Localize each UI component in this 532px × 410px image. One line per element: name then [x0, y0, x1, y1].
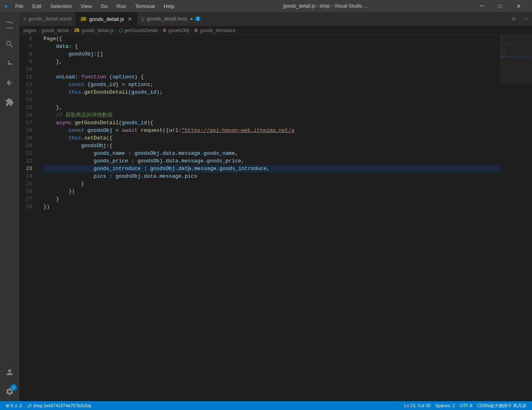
code-editor[interactable]: Page({ data: { goodsObj:[] }, [39, 35, 500, 401]
menu-run[interactable]: Run [113, 2, 130, 10]
status-spaces[interactable]: Spaces: 2 [433, 401, 458, 410]
breadcrumb-obj[interactable]: goodsObj [168, 28, 189, 33]
error-icon: ⊗ [6, 403, 9, 408]
activity-account[interactable] [0, 363, 19, 382]
token: ({ [106, 134, 113, 142]
ln-11: 11 [19, 73, 35, 81]
maximize-button[interactable]: ☐ [491, 0, 509, 12]
menu-selection[interactable]: Selection [46, 2, 76, 10]
ln-16: 16 [19, 111, 35, 119]
warning-icon: ⚠ [14, 403, 18, 408]
breadcrumb-obj-icon: ⚙ [162, 28, 167, 33]
status-position[interactable]: Ln 23, Col 39 [402, 401, 433, 410]
token: data [166, 157, 178, 165]
tab-bar: ≡ goods_detail.wxml JS goods_detail.js ✕… [19, 12, 532, 26]
token [43, 50, 68, 58]
menu-view[interactable]: View [76, 2, 96, 10]
token: message [179, 150, 201, 157]
token: a [188, 165, 191, 172]
token: goodsObj [115, 172, 140, 180]
activity-extensions[interactable] [0, 92, 19, 112]
status-errors[interactable]: ⊗ 0 ⚠ 2 [3, 401, 24, 410]
token: this [68, 134, 81, 142]
token: Page [43, 35, 56, 43]
activity-explorer[interactable] [0, 15, 19, 35]
tab-close-button[interactable]: ✕ [127, 16, 133, 22]
status-git[interactable]: ⎇ shop (wx6741974a757b2c5a) [24, 401, 94, 410]
position-text: Ln 23, Col 39 [404, 403, 430, 408]
code-line-11: onLoad: function (options) { [43, 73, 500, 81]
more-tabs-button[interactable]: ⋯ [520, 12, 532, 26]
token: setData [84, 134, 106, 142]
token: : [141, 165, 150, 172]
ln-21: 21 [19, 150, 35, 157]
code-line-13: this.getGoodsDetail(goods_id); [43, 88, 500, 96]
token: ({ [56, 35, 62, 43]
tab-empty-area [205, 12, 508, 26]
token: } = [115, 81, 128, 88]
menu-terminal[interactable]: Terminal [131, 2, 159, 10]
token: onLoad [56, 73, 75, 81]
code-line-7: data: { [43, 43, 500, 50]
ln-25: 25 [19, 180, 35, 188]
token: }, [43, 58, 62, 66]
menu-file[interactable]: File [11, 2, 28, 10]
main-layout: 1 ≡ goods_detail.wxml JS goods_detail.js… [0, 12, 532, 401]
activity-source-control[interactable] [0, 54, 19, 73]
token: ( [119, 119, 122, 127]
token: data [162, 150, 175, 157]
ln-9: 9 [19, 58, 35, 66]
breadcrumb: pages › goods_detail › JS goods_detail.j… [19, 26, 532, 35]
token: : [106, 172, 115, 180]
token: ({url: [163, 127, 182, 134]
minimize-button[interactable]: — [472, 0, 491, 12]
status-eol[interactable]: CDSN@大猪蹄子 风月凉 [475, 401, 529, 410]
breadcrumb-prop[interactable]: goods_introduce [200, 28, 236, 33]
breadcrumb-filename[interactable]: goods_detail.js [82, 28, 114, 33]
breadcrumb-method[interactable]: getGoodsDetail [124, 28, 158, 33]
ln-17: 17 [19, 119, 35, 127]
activity-search[interactable] [0, 35, 19, 54]
breadcrumb-pages[interactable]: pages [23, 28, 37, 33]
menu-bar: File Edit Selection View Go Run Terminal… [11, 2, 179, 10]
breadcrumb-goods-detail[interactable]: goods_detail [41, 28, 69, 33]
tab-js[interactable]: JS goods_detail.js ✕ [76, 12, 137, 26]
menu-go[interactable]: Go [97, 2, 111, 10]
menu-edit[interactable]: Edit [29, 2, 45, 10]
ln-23: 23 [19, 165, 35, 172]
tab-count-badge: 2 [195, 16, 201, 21]
token [43, 127, 68, 134]
token: goods_introduce [220, 165, 267, 172]
code-line-24: pics : goodsObj.data.message.pics [43, 172, 500, 180]
code-line-22: goods_price : goodsObj.data.message.good… [43, 157, 500, 165]
close-button[interactable]: ✕ [509, 0, 528, 12]
editor-content[interactable]: 6 7 8 9 10 11 12 13 14 15 16 17 18 19 20… [19, 35, 532, 401]
token: . [179, 157, 182, 165]
menu-help[interactable]: Help [160, 2, 179, 10]
status-bar: ⊗ 0 ⚠ 2 ⎇ shop (wx6741974a757b2c5a) Ln 2… [0, 401, 532, 410]
code-line-6: Page({ [43, 35, 500, 43]
code-line-26: }) [43, 188, 500, 195]
activity-run-debug[interactable] [0, 73, 19, 92]
tab-icon-wxml: ≡ [23, 16, 26, 21]
code-line-17: async getGoodsDetail(goods_id){ [43, 119, 500, 127]
token: } [43, 180, 84, 188]
editor-area: ≡ goods_detail.wxml JS goods_detail.js ✕… [19, 12, 532, 401]
code-line-28: }) [43, 203, 500, 211]
tab-less[interactable]: {} goods_detail.less ● 2 [138, 12, 205, 26]
token [43, 157, 94, 165]
token [43, 43, 56, 50]
tab-wxml[interactable]: ≡ goods_detail.wxml [19, 12, 76, 26]
status-encoding[interactable]: UTF-8 [457, 401, 474, 410]
token: , [267, 165, 270, 172]
token: goods_id [131, 88, 156, 96]
titlebar: ◆ File Edit Selection View Go Run Termin… [0, 0, 532, 12]
code-line-23: goods_introduce : goodsObj.data.message.… [43, 165, 500, 172]
split-editor-button[interactable]: ⊟ [508, 12, 520, 26]
activity-settings[interactable]: 1 [0, 382, 19, 401]
token: "https://api-hmugo-web.itheima.net/a [181, 127, 294, 134]
token: await [122, 127, 138, 134]
code-line-9: }, [43, 58, 500, 66]
token: getGoodsDetail [75, 119, 119, 127]
token: goods_name [203, 150, 235, 157]
